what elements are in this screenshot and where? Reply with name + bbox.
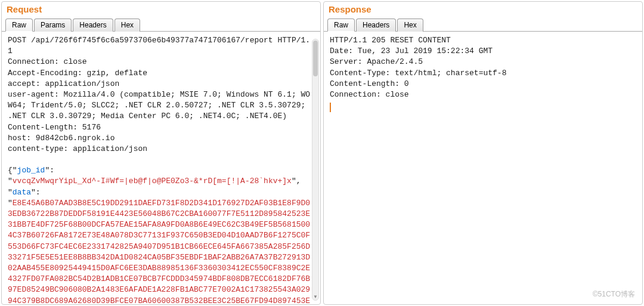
- tab-hex[interactable]: Hex: [397, 18, 423, 32]
- json-key: data: [13, 188, 31, 197]
- response-content[interactable]: HTTP/1.1 205 RESET CONTENTDate: Tue, 23 …: [324, 32, 642, 304]
- json-string: E8E45A6B07AAD3B8E5C19DD2911DAEFD731F8D2D…: [8, 199, 310, 304]
- text-line: Connection: close: [330, 89, 636, 100]
- text-line: Content-Length: 0: [330, 79, 636, 89]
- text-line: [8, 154, 314, 165]
- response-tabs: RawHeadersHex: [324, 18, 642, 32]
- scroll-thumb[interactable]: [313, 41, 318, 76]
- request-tabs: RawParamsHeadersHex: [2, 18, 320, 32]
- response-title: Response: [324, 2, 642, 18]
- watermark: ©51CTO博客: [593, 289, 635, 299]
- text-line: user-agent: Mozilla/4.0 (compatible; MSI…: [8, 89, 314, 122]
- text-line: Date: Tue, 23 Jul 2019 15:22:34 GMT: [330, 46, 636, 57]
- json-body: {"job_id": "vvcqZvMwqrYipL_Xd^-I#Wf=|eb@…: [8, 165, 314, 304]
- text-line: host: 9d842cb6.ngrok.io: [8, 133, 314, 144]
- text-line: Accept-Encoding: gzip, deflate: [8, 68, 314, 79]
- tab-headers[interactable]: Headers: [73, 18, 113, 32]
- tab-raw[interactable]: Raw: [327, 18, 355, 32]
- request-panel: Request RawParamsHeadersHex POST /api/72…: [1, 1, 321, 305]
- text-line: accept: application/json: [8, 79, 314, 89]
- request-content[interactable]: POST /api/726f6f745f6c6a5973706e6b49377a…: [2, 32, 320, 304]
- json-punct: {": [8, 166, 17, 175]
- tab-params[interactable]: Params: [34, 18, 72, 32]
- tab-hex[interactable]: Hex: [114, 18, 140, 32]
- text-line: POST /api/726f6f745f6c6a5973706e6b49377a…: [8, 35, 314, 57]
- request-title: Request: [2, 2, 320, 18]
- response-panel: Response RawHeadersHex HTTP/1.1 205 RESE…: [323, 1, 643, 305]
- tab-raw[interactable]: Raw: [5, 18, 33, 32]
- scroll-down-icon[interactable]: ▼: [312, 294, 318, 300]
- text-cursor: [330, 103, 331, 112]
- text-line: Connection: close: [8, 57, 314, 67]
- request-scrollbar[interactable]: ▲ ▼: [312, 39, 319, 301]
- text-line: HTTP/1.1 205 RESET CONTENT: [330, 35, 636, 46]
- text-line: Server: Apache/2.4.5: [330, 57, 636, 67]
- tab-headers[interactable]: Headers: [356, 18, 396, 32]
- json-string: vvcqZvMwqrYipL_Xd^-I#Wf=|eb@f|o@PE0Zo3-&…: [13, 177, 292, 186]
- text-line: Content-Length: 5176: [8, 122, 314, 133]
- text-line: content-type: application/json: [8, 144, 314, 154]
- text-line: Content-Type: text/html; charset=utf-8: [330, 68, 636, 79]
- json-key: job_id: [17, 166, 45, 175]
